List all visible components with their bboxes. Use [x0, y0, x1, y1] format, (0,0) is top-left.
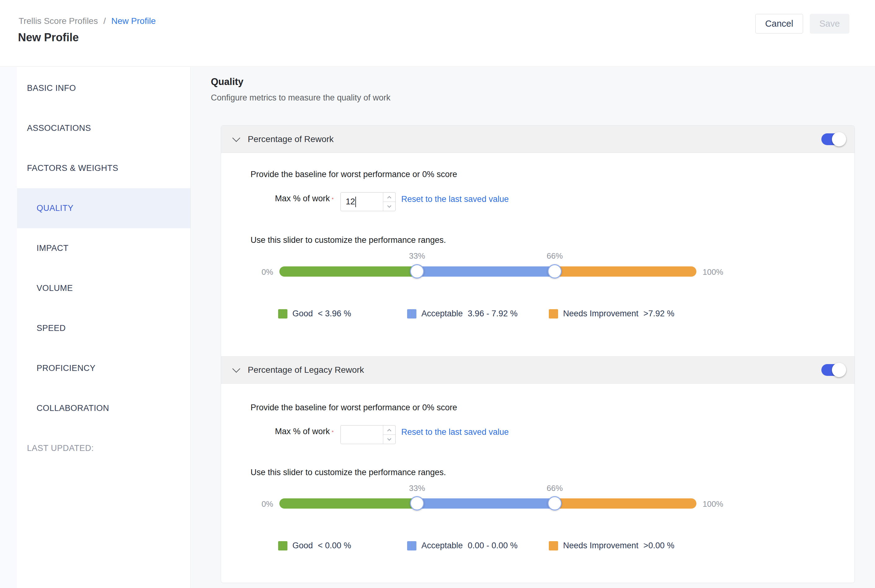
good-range-segment: [279, 498, 417, 508]
metric-enabled-toggle[interactable]: [821, 364, 844, 376]
slider-handle-2[interactable]: [548, 496, 562, 510]
acceptable-color-swatch: [407, 541, 417, 550]
needs-improvement-range-segment: [555, 266, 697, 277]
sidebar-item-factors-weights[interactable]: FACTORS & WEIGHTS: [17, 148, 190, 188]
breadcrumb-current-link[interactable]: New Profile: [111, 16, 156, 26]
good-range-segment: [279, 266, 417, 277]
needs-improvement-color-swatch: [549, 309, 558, 318]
slider-min-label: 0%: [250, 499, 273, 509]
sidebar-item-basic-info[interactable]: BASIC INFO: [17, 68, 190, 108]
slider-handle-2[interactable]: [548, 264, 562, 279]
section-title: Quality: [211, 76, 243, 87]
metric-enabled-toggle[interactable]: [821, 134, 844, 145]
chevron-up-icon: [387, 196, 391, 200]
legend-good: Good < 3.96 %: [278, 309, 351, 318]
sidebar-item-speed[interactable]: SPEED: [17, 308, 190, 348]
good-color-swatch: [278, 309, 288, 318]
slider-track[interactable]: [279, 266, 697, 277]
cancel-button[interactable]: Cancel: [755, 14, 803, 33]
chevron-down-icon: [387, 204, 391, 208]
slider-instruction: Use this slider to customize the perform…: [250, 236, 446, 245]
max-percent-input[interactable]: [340, 425, 396, 444]
legend-needs-improvement: Needs Improvement >7.92 %: [549, 309, 674, 318]
reset-link[interactable]: Reset to the last saved value: [401, 428, 509, 437]
slider-max-label: 100%: [703, 499, 724, 509]
spinner-up-button[interactable]: [383, 193, 396, 202]
slider-instruction: Use this slider to customize the perform…: [250, 468, 446, 477]
required-asterisk: *: [332, 430, 334, 435]
performance-range-slider: [279, 266, 697, 277]
chevron-down-icon[interactable]: [232, 134, 240, 142]
quality-metrics-card: Percentage of Rework Provide the baselin…: [221, 125, 855, 583]
sidebar-item-collaboration[interactable]: COLLABORATION: [17, 388, 190, 428]
legend-good: Good < 0.00 %: [278, 541, 351, 550]
sidebar-item-proficiency[interactable]: PROFICIENCY: [17, 348, 190, 388]
metric-title: Percentage of Legacy Rework: [248, 365, 364, 375]
spinner-down-button[interactable]: [383, 202, 396, 211]
good-color-swatch: [278, 541, 288, 550]
reset-link[interactable]: Reset to the last saved value: [401, 195, 509, 204]
quality-settings-panel: Quality Configure metrics to measure the…: [191, 67, 875, 588]
baseline-instruction: Provide the baseline for worst performan…: [250, 170, 457, 179]
slider-handle-1[interactable]: [410, 264, 424, 279]
sidebar-last-updated-label: LAST UPDATED:: [17, 428, 190, 468]
toggle-knob: [832, 132, 846, 146]
legend-acceptable: Acceptable 3.96 - 7.92 %: [407, 309, 517, 318]
spinner-down-button[interactable]: [383, 435, 396, 444]
max-percent-input[interactable]: 12: [340, 192, 396, 211]
sidebar-item-associations[interactable]: ASSOCIATIONS: [17, 108, 190, 148]
slider-min-label: 0%: [250, 267, 273, 277]
section-subtitle: Configure metrics to measure the quality…: [211, 93, 390, 103]
left-gutter: [0, 67, 17, 588]
trellis-profile-page: Trellis Score Profiles / New Profile New…: [0, 0, 875, 588]
max-percent-label: Max % of work*: [250, 194, 334, 204]
baseline-instruction: Provide the baseline for worst performan…: [250, 403, 457, 412]
chevron-down-icon: [387, 436, 391, 441]
needs-improvement-color-swatch: [549, 541, 558, 550]
performance-range-slider: [279, 498, 697, 508]
save-button-disabled[interactable]: Save: [810, 14, 849, 33]
profile-sections-sidebar: BASIC INFO ASSOCIATIONS FACTORS & WEIGHT…: [17, 67, 191, 588]
breadcrumb-root[interactable]: Trellis Score Profiles: [19, 16, 98, 26]
required-asterisk: *: [332, 197, 334, 202]
max-percent-label: Max % of work*: [250, 427, 334, 436]
sidebar-item-impact[interactable]: IMPACT: [17, 228, 190, 268]
chevron-down-icon[interactable]: [232, 365, 240, 372]
handle1-percent-label: 33%: [405, 483, 429, 493]
acceptable-range-segment: [417, 266, 555, 277]
slider-max-label: 100%: [703, 267, 724, 277]
handle2-percent-label: 66%: [542, 251, 567, 261]
metric-header-percentage-of-legacy-rework[interactable]: Percentage of Legacy Rework: [221, 356, 854, 384]
acceptable-color-swatch: [407, 309, 417, 318]
legend-needs-improvement: Needs Improvement >0.00 %: [549, 541, 674, 550]
slider-track[interactable]: [279, 498, 697, 508]
needs-improvement-range-segment: [555, 498, 697, 508]
breadcrumb: Trellis Score Profiles / New Profile: [19, 16, 156, 26]
metric-header-percentage-of-rework[interactable]: Percentage of Rework: [221, 126, 854, 153]
toggle-knob: [832, 363, 846, 377]
metric-title: Percentage of Rework: [248, 134, 334, 144]
sidebar-item-quality[interactable]: QUALITY: [17, 188, 190, 228]
number-spinner: [383, 193, 396, 211]
text-cursor: [355, 196, 356, 207]
page-header: Trellis Score Profiles / New Profile New…: [0, 0, 875, 67]
handle1-percent-label: 33%: [405, 251, 429, 261]
input-value: 12: [346, 197, 355, 207]
chevron-up-icon: [387, 429, 391, 433]
page-title: New Profile: [18, 31, 79, 44]
handle2-percent-label: 66%: [542, 483, 567, 493]
legend-acceptable: Acceptable 0.00 - 0.00 %: [407, 541, 517, 550]
acceptable-range-segment: [417, 498, 555, 508]
slider-handle-1[interactable]: [410, 496, 424, 510]
sidebar-item-volume[interactable]: VOLUME: [17, 268, 190, 308]
spinner-up-button[interactable]: [383, 426, 396, 435]
number-spinner: [383, 426, 396, 444]
breadcrumb-separator: /: [103, 16, 106, 26]
